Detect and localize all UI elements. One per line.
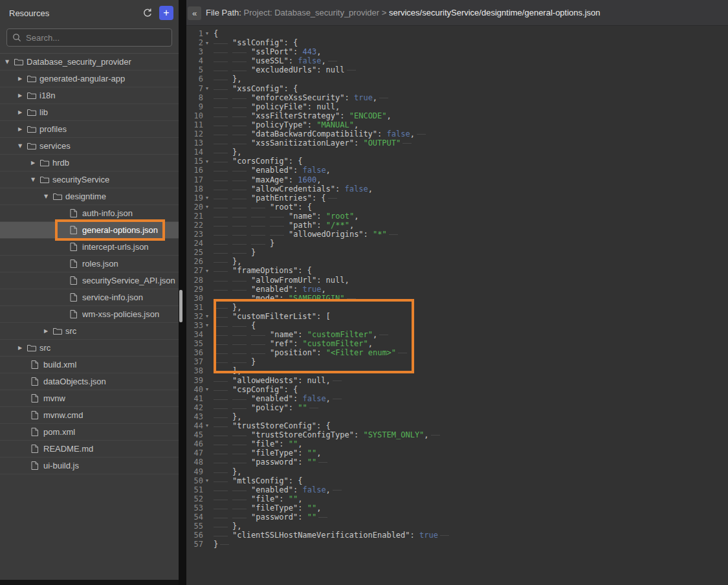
fold-arrow-icon[interactable]: ▾ <box>203 203 211 212</box>
code-line-40: 40▾"cspConfig": { <box>186 385 728 394</box>
line-number: 39 <box>186 376 203 385</box>
indent-guide <box>214 366 232 375</box>
file-icon <box>70 226 77 234</box>
fold-arrow-icon[interactable]: ▾ <box>203 193 211 203</box>
code-line-52: 52"file": "", <box>186 494 728 503</box>
line-number: 32 <box>186 312 203 321</box>
tree-item-label: securityService <box>52 175 109 184</box>
chevron-down-icon[interactable]: ▼ <box>5 59 14 65</box>
fold-arrow-icon[interactable]: ▾ <box>203 84 211 93</box>
tree-item-designtime[interactable]: ▼designtime <box>0 188 179 205</box>
chevron-down-icon[interactable]: ▼ <box>44 193 53 199</box>
indent-guide <box>214 248 251 256</box>
tree-item-build.xml[interactable]: build.xml <box>0 357 179 373</box>
fold-arrow-icon[interactable]: ▾ <box>203 421 211 430</box>
indent-guide <box>214 129 251 138</box>
file-path-value: services/securityService/designtime/gene… <box>389 8 601 17</box>
refresh-button[interactable] <box>141 6 154 19</box>
fold-arrow-icon[interactable]: ▾ <box>203 267 211 276</box>
indent-guide <box>214 111 251 120</box>
fold-arrow-icon[interactable]: ▾ <box>203 476 211 485</box>
code-line-27: 27▾"frameOptions": { <box>186 266 728 275</box>
indent-guide <box>214 531 232 539</box>
line-number: 54 <box>186 513 203 522</box>
line-number: 4 <box>186 56 203 65</box>
tree-item-label: src <box>39 343 50 353</box>
line-number: 26 <box>186 257 203 266</box>
tree-item-src[interactable]: ▶src <box>0 340 179 357</box>
line-number: 31 <box>186 303 203 312</box>
indent-guide <box>214 439 251 448</box>
fold-arrow-icon[interactable]: ▾ <box>203 312 211 321</box>
tree-item-wm-xss-policies.json[interactable]: wm-xss-policies.json <box>0 306 179 323</box>
trailing-whitespace-mark <box>318 517 327 518</box>
fold-arrow-icon[interactable]: ▾ <box>203 29 211 38</box>
tree-item-securityService[interactable]: ▼securityService <box>0 171 179 188</box>
tree-item-label: designtime <box>65 192 106 201</box>
fold-arrow-icon[interactable]: ▾ <box>203 39 211 48</box>
tree-item-roles.json[interactable]: roles.json <box>0 256 179 272</box>
tree-item-README.md[interactable]: README.md <box>0 441 179 458</box>
line-number: 1 <box>186 29 203 38</box>
tree-item-label: README.md <box>43 444 93 454</box>
line-number: 38 <box>186 366 203 375</box>
tree-item-label: services <box>39 141 71 151</box>
line-number: 2 <box>186 38 203 47</box>
tree-item-generated-angular-app[interactable]: ▶generated-angular-app <box>0 71 179 87</box>
chevron-right-icon[interactable]: ▶ <box>31 160 40 166</box>
tree-item-label: general-options.json <box>82 225 158 235</box>
chevron-right-icon[interactable]: ▶ <box>18 93 27 98</box>
collapse-panel-button[interactable]: « <box>188 6 201 20</box>
fold-arrow-icon[interactable]: ▾ <box>203 321 211 330</box>
chevron-right-icon[interactable]: ▶ <box>18 109 27 115</box>
tree-item-profiles[interactable]: ▶profiles <box>0 121 179 138</box>
tree-item-Database-security-provider[interactable]: ▼Database_security_provider <box>0 54 179 71</box>
tree-item-services[interactable]: ▼services <box>0 138 179 155</box>
tree-item-auth-info.json[interactable]: auth-info.json <box>0 205 179 222</box>
line-number: 11 <box>186 120 203 129</box>
line-number: 51 <box>186 485 203 494</box>
code-line-57: 57} <box>186 540 728 549</box>
sidebar-horizontal-scrollbar[interactable] <box>0 580 179 585</box>
search-icon <box>12 33 21 42</box>
code-editor[interactable]: 1▾{2▾"sslConfig": {3"sslPort": 443,4"use… <box>186 26 728 585</box>
tree-item-i18n[interactable]: ▶i18n <box>0 87 179 104</box>
tree-item-hrdb[interactable]: ▶hrdb <box>0 155 179 171</box>
tree-item-service-info.json[interactable]: service-info.json <box>0 289 179 306</box>
tree-item-dataObjects.json[interactable]: dataObjects.json <box>0 373 179 390</box>
line-number: 45 <box>186 430 203 439</box>
add-resource-button[interactable]: + <box>159 6 173 20</box>
tree-item-label: wm-xss-policies.json <box>82 309 159 319</box>
line-number: 23 <box>186 230 203 239</box>
line-number: 3 <box>186 47 203 56</box>
search-input[interactable] <box>26 33 155 43</box>
tree-item-general-options.json[interactable]: general-options.json <box>0 222 179 239</box>
tree-item-pom.xml[interactable]: pom.xml <box>0 424 179 441</box>
indent-guide <box>214 430 251 439</box>
fold-arrow-icon[interactable]: ▾ <box>203 157 211 166</box>
refresh-icon <box>142 8 153 18</box>
tree-item-intercept-urls.json[interactable]: intercept-urls.json <box>0 239 179 256</box>
panel-divider[interactable] <box>179 0 186 585</box>
code-line-3: 3"sslPort": 443, <box>186 47 728 56</box>
fold-arrow-icon[interactable]: ▾ <box>203 385 211 394</box>
chevron-right-icon[interactable]: ▶ <box>18 126 27 132</box>
code-line-7: 7▾"xssConfig": { <box>186 84 728 93</box>
scrollbar-thumb[interactable] <box>179 290 182 322</box>
tree-item-ui-build.js[interactable]: ui-build.js <box>0 458 179 474</box>
chevron-right-icon[interactable]: ▶ <box>18 345 27 351</box>
chevron-down-icon[interactable]: ▼ <box>31 177 40 182</box>
indent-guide <box>214 203 270 211</box>
tree-item-securityService-API.json[interactable]: securityService_API.json <box>0 272 179 289</box>
tree-item-mvnw[interactable]: mvnw <box>0 390 179 407</box>
tree-item-mvnw.cmd[interactable]: mvnw.cmd <box>0 407 179 424</box>
tree-item-lib[interactable]: ▶lib <box>0 104 179 121</box>
indent-guide <box>214 47 251 56</box>
tree-item-src[interactable]: ▶src <box>0 323 179 340</box>
chevron-right-icon[interactable]: ▶ <box>18 76 27 82</box>
indent-guide <box>214 266 232 274</box>
chevron-down-icon[interactable]: ▼ <box>18 143 27 149</box>
line-number: 5 <box>186 65 203 74</box>
line-number: 17 <box>186 175 203 184</box>
chevron-right-icon[interactable]: ▶ <box>44 328 53 334</box>
